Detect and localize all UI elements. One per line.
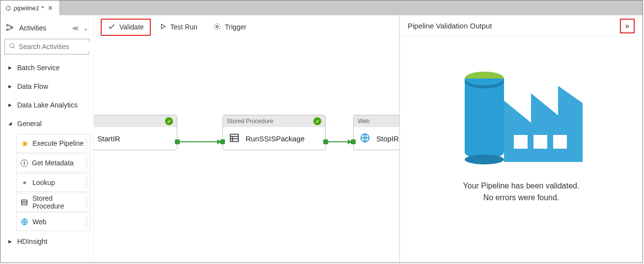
activity-label: Lookup bbox=[32, 179, 55, 186]
svg-marker-9 bbox=[161, 24, 165, 28]
panel-collapse-button[interactable]: » bbox=[620, 19, 635, 33]
sidebar-title: Activities bbox=[19, 24, 46, 32]
svg-point-0 bbox=[6, 25, 8, 26]
status-ok-icon: ✓ bbox=[165, 117, 173, 125]
svg-rect-20 bbox=[533, 135, 547, 149]
grip-icon bbox=[85, 177, 88, 188]
activities-icon bbox=[5, 23, 14, 33]
svg-point-10 bbox=[216, 26, 218, 27]
grip-icon bbox=[85, 157, 88, 169]
node-type-label: Stored Procedure bbox=[227, 118, 273, 125]
stored-procedure-icon bbox=[21, 198, 28, 206]
tab-pipeline1[interactable]: ⌬ pipeline1 * ✕ bbox=[0, 0, 59, 15]
search-icon bbox=[9, 43, 16, 51]
svg-point-2 bbox=[11, 26, 13, 28]
close-icon[interactable]: ✕ bbox=[48, 4, 53, 12]
group-data-lake-analytics[interactable]: Data Lake Analytics bbox=[0, 96, 93, 114]
grip-icon bbox=[85, 196, 88, 208]
activities-tree: Batch Service Data Flow Data Lake Analyt… bbox=[0, 58, 93, 251]
search-input[interactable] bbox=[19, 43, 105, 51]
chevron-right-icon: » bbox=[625, 22, 630, 30]
web-icon bbox=[21, 218, 28, 226]
search-activities[interactable] bbox=[4, 39, 89, 54]
activity-label: Web bbox=[32, 218, 47, 226]
test-run-label: Test Run bbox=[170, 23, 197, 31]
activities-sidebar: Activities ≪ ⌄ Batch Service Data Flow D… bbox=[0, 15, 94, 263]
group-data-flow[interactable]: Data Flow bbox=[0, 77, 93, 96]
svg-marker-18 bbox=[504, 86, 583, 162]
canvas-toolbar: Validate Test Run Trigger bbox=[94, 15, 399, 39]
trigger-button[interactable]: Trigger bbox=[206, 19, 253, 36]
activity-stored-procedure[interactable]: Stored Procedure bbox=[16, 193, 90, 211]
tab-title: pipeline1 * bbox=[14, 4, 44, 12]
connector-2 bbox=[327, 141, 351, 142]
validate-button[interactable]: Validate bbox=[101, 19, 151, 36]
validate-label: Validate bbox=[119, 23, 144, 31]
metadata-icon: i bbox=[21, 159, 28, 167]
group-hdinsight[interactable]: HDInsight bbox=[0, 232, 93, 251]
grip-icon bbox=[85, 137, 88, 149]
activity-label: Execute Pipeline bbox=[32, 139, 84, 147]
svg-point-22 bbox=[465, 155, 504, 164]
factory-illustration bbox=[457, 56, 585, 171]
tab-strip: ⌬ pipeline1 * ✕ bbox=[0, 0, 643, 15]
validation-msg-line2: No errors were found. bbox=[463, 192, 580, 204]
pipeline-icon: ⌬ bbox=[5, 4, 11, 12]
validation-message: Your Pipeline has been validated. No err… bbox=[463, 180, 580, 204]
chevron-down-icon[interactable]: ⌄ bbox=[83, 25, 88, 32]
connector-1 bbox=[178, 141, 221, 142]
pipeline-canvas-wrap: Validate Test Run Trigger eb ✓ bbox=[94, 15, 399, 263]
node-name: RunSSISPackage bbox=[246, 134, 305, 143]
web-icon bbox=[360, 132, 370, 145]
execute-pipeline-icon: ▣ bbox=[21, 139, 28, 147]
activity-web[interactable]: Web bbox=[16, 212, 90, 231]
play-icon bbox=[160, 23, 167, 31]
port-in[interactable] bbox=[220, 139, 225, 144]
svg-point-1 bbox=[6, 29, 8, 30]
validation-msg-line1: Your Pipeline has been validated. bbox=[463, 180, 580, 192]
stored-procedure-icon bbox=[229, 132, 240, 145]
node-runssispackage[interactable]: Stored Procedure ✓ RunSSISPackage bbox=[223, 115, 326, 150]
group-general[interactable]: General bbox=[0, 114, 93, 133]
activity-label: Stored Procedure bbox=[32, 194, 86, 210]
svg-line-4 bbox=[13, 47, 15, 48]
node-startir[interactable]: eb ✓ StartIR bbox=[94, 115, 177, 150]
validation-panel: Pipeline Validation Output » Your bbox=[399, 15, 643, 263]
svg-rect-5 bbox=[22, 200, 27, 205]
node-type-label: Web bbox=[358, 118, 369, 125]
activity-execute-pipeline[interactable]: ▣ Execute Pipeline bbox=[16, 134, 90, 153]
trigger-label: Trigger bbox=[225, 23, 247, 31]
lookup-icon: ⌖ bbox=[21, 179, 28, 186]
test-run-button[interactable]: Test Run bbox=[153, 19, 204, 35]
sidebar-header: Activities ≪ ⌄ bbox=[0, 17, 93, 39]
svg-rect-19 bbox=[514, 135, 528, 149]
svg-rect-12 bbox=[230, 134, 239, 141]
svg-rect-21 bbox=[553, 135, 567, 149]
port-in[interactable] bbox=[351, 139, 356, 144]
node-name: StartIR bbox=[97, 134, 120, 143]
group-batch-service[interactable]: Batch Service bbox=[0, 58, 93, 77]
chevron-collapse-icon[interactable]: ≪ bbox=[72, 25, 79, 32]
panel-title: Pipeline Validation Output bbox=[408, 22, 492, 30]
status-ok-icon: ✓ bbox=[313, 117, 321, 125]
gear-icon bbox=[213, 23, 221, 32]
activity-lookup[interactable]: ⌖ Lookup bbox=[16, 173, 90, 192]
node-name: StopIR bbox=[376, 134, 399, 143]
svg-point-3 bbox=[10, 43, 14, 47]
activity-get-metadata[interactable]: i Get Metadata bbox=[16, 154, 90, 172]
pipeline-canvas[interactable]: eb ✓ StartIR Stored Procedure ✓ bbox=[94, 39, 399, 263]
node-stopir[interactable]: Web StopIR bbox=[353, 115, 399, 150]
grip-icon bbox=[85, 216, 88, 228]
activity-label: Get Metadata bbox=[32, 159, 74, 167]
check-icon bbox=[108, 23, 115, 32]
